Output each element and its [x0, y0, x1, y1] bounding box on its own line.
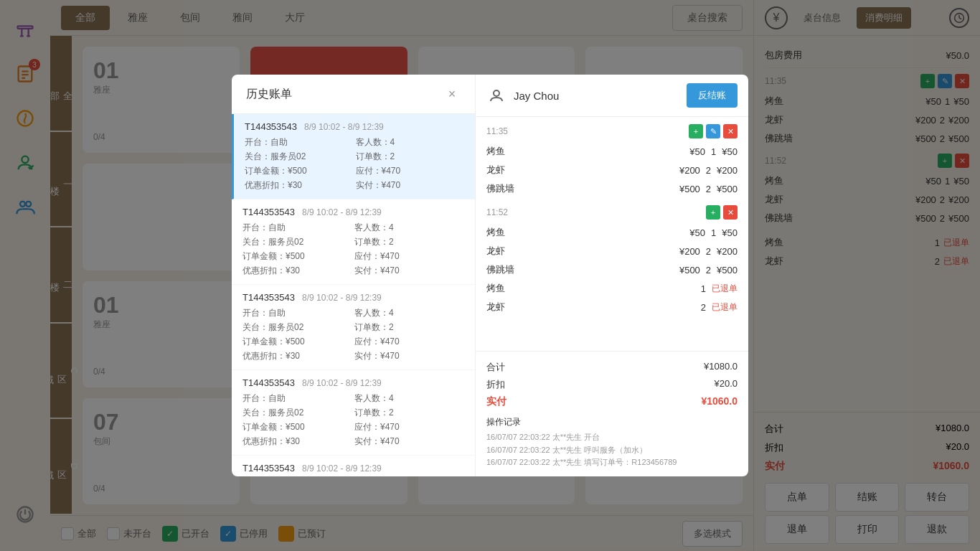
receipt-time-1152: 11:52 — [486, 207, 508, 217]
history-item-3[interactable]: T144353543 8/9 10:02 - 8/9 12:39 开台：自助 客… — [232, 285, 475, 370]
receipt-group-1135: 11:35 + ✎ ✕ 烤鱼 ¥50 1 ¥50 龙虾 — [486, 124, 738, 198]
modal-right: Jay Chou 反结账 11:35 + ✎ ✕ 烤鱼 — [476, 75, 748, 476]
receipt-item-refunded-1: 烤鱼 1 已退单 — [486, 279, 738, 298]
history-id: T144353543 — [245, 121, 297, 132]
history-id: T144353543 — [242, 377, 295, 388]
receipt-edit-btn-1135[interactable]: ✎ — [706, 124, 720, 138]
operation-log-item-2: 16/07/07 22:03:22 太**先生 呼叫服务（加水） — [486, 444, 738, 457]
modal-right-header: Jay Chou 反结账 — [476, 75, 748, 117]
receipt-item: 佛跳墙 ¥500 2 ¥500 — [486, 179, 738, 198]
modal-close-btn[interactable]: × — [443, 85, 461, 103]
history-item-2[interactable]: T144353543 8/9 10:02 - 8/9 12:39 开台：自助 客… — [232, 199, 475, 285]
modal-summary-subtotal: 合计 ¥1080.0 — [486, 359, 738, 376]
history-time: 8/9 10:02 - 8/9 12:39 — [302, 378, 382, 388]
receipt-time-header-1135: 11:35 + ✎ ✕ — [486, 124, 738, 138]
history-id: T144353543 — [242, 207, 295, 217]
receipt-item: 龙虾 ¥200 2 ¥200 — [486, 161, 738, 179]
receipt-group-1152: 11:52 + ✕ 烤鱼 ¥50 1 ¥50 龙虾 ¥200 — [486, 205, 738, 316]
history-item-4[interactable]: T144353543 8/9 10:02 - 8/9 12:39 开台：自助 客… — [232, 370, 475, 456]
history-details: 开台：自助 客人数：4 关台：服务员02 订单数：2 订单金额：¥500 应付：… — [245, 136, 464, 192]
history-modal: 历史账单 × T144353543 8/9 10:02 - 8/9 12:39 … — [232, 75, 748, 476]
history-item-5[interactable]: T144353543 8/9 10:02 - 8/9 12:39 开台：自助 客… — [232, 456, 475, 476]
receipt-item: 龙虾 ¥200 2 ¥200 — [486, 242, 738, 260]
receipt-delete-btn-1152[interactable]: ✕ — [723, 205, 738, 220]
history-time: 8/9 10:02 - 8/9 12:39 — [304, 122, 384, 132]
history-time: 8/9 10:02 - 8/9 12:39 — [302, 293, 382, 303]
receipt-item: 佛跳墙 ¥500 2 ¥500 — [486, 260, 738, 279]
history-details: 开台：自助 客人数：4 关台：服务员02 订单数：2 订单金额：¥500 应付：… — [242, 307, 464, 362]
modal-overlay[interactable]: 历史账单 × T144353543 8/9 10:02 - 8/9 12:39 … — [0, 0, 980, 551]
history-item-1[interactable]: T144353543 8/9 10:02 - 8/9 12:39 开台：自助 客… — [232, 114, 475, 199]
operation-log-item-3: 16/07/07 22:03:22 太**先生 填写订单号：R123456789 — [486, 456, 738, 469]
operation-log-title: 操作记录 — [486, 416, 738, 428]
history-id: T144353543 — [242, 292, 295, 303]
receipt-time-header-1152: 11:52 + ✕ — [486, 205, 738, 220]
receipt-item: 烤鱼 ¥50 1 ¥50 — [486, 223, 738, 242]
svg-point-18 — [494, 90, 499, 96]
reverse-checkout-btn[interactable]: 反结账 — [687, 83, 738, 108]
operation-log-item-1: 16/07/07 22:03:22 太**先生 开台 — [486, 431, 738, 444]
modal-right-content: 11:35 + ✎ ✕ 烤鱼 ¥50 1 ¥50 龙虾 — [476, 117, 748, 351]
user-icon — [486, 85, 507, 105]
history-list: T144353543 8/9 10:02 - 8/9 12:39 开台：自助 客… — [232, 114, 475, 476]
receipt-item-refunded-2: 龙虾 2 已退单 — [486, 298, 738, 316]
receipt-time-1135: 11:35 — [486, 126, 508, 136]
history-details: 开台：自助 客人数：4 关台：服务员02 订单数：2 订单金额：¥500 应付：… — [242, 392, 464, 448]
receipt-item: 烤鱼 ¥50 1 ¥50 — [486, 142, 738, 161]
modal-summary-paid: 实付 ¥1060.0 — [486, 393, 738, 410]
modal-header: 历史账单 × — [232, 75, 475, 114]
history-time: 8/9 10:02 - 8/9 12:39 — [302, 463, 382, 474]
modal-title: 历史账单 — [246, 87, 292, 102]
receipt-add-btn-1135[interactable]: + — [689, 124, 703, 138]
history-id: T144353543 — [242, 463, 295, 474]
receipt-delete-btn-1135[interactable]: ✕ — [723, 124, 738, 138]
modal-left: 历史账单 × T144353543 8/9 10:02 - 8/9 12:39 … — [232, 75, 476, 476]
modal-summary-discount: 折扣 ¥20.0 — [486, 376, 738, 393]
history-time: 8/9 10:02 - 8/9 12:39 — [302, 207, 382, 217]
modal-right-footer: 合计 ¥1080.0 折扣 ¥20.0 实付 ¥1060.0 操作记录 16/0… — [476, 351, 748, 476]
history-details: 开台：自助 客人数：4 关台：服务员02 订单数：2 订单金额：¥500 应付：… — [242, 222, 464, 277]
customer-name: Jay Chou — [514, 90, 679, 102]
receipt-add-btn-1152[interactable]: + — [706, 205, 720, 220]
operation-log: 操作记录 16/07/07 22:03:22 太**先生 开台 16/07/07… — [486, 416, 738, 469]
